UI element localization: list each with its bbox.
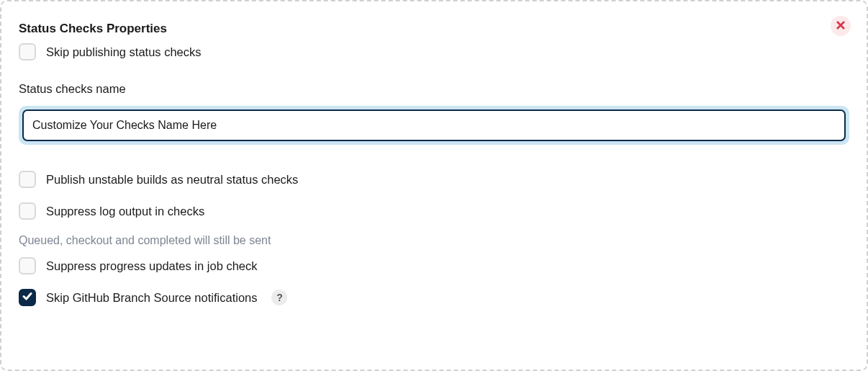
status-checks-name-input[interactable] bbox=[22, 109, 846, 141]
suppress-progress-label: Suppress progress updates in job check bbox=[46, 259, 258, 273]
publish-unstable-row: Publish unstable builds as neutral statu… bbox=[19, 171, 849, 188]
suppress-log-row: Suppress log output in checks bbox=[19, 202, 849, 220]
suppress-log-checkbox[interactable] bbox=[19, 202, 36, 220]
close-icon bbox=[836, 19, 845, 32]
publish-unstable-label: Publish unstable builds as neutral statu… bbox=[46, 173, 298, 187]
close-button[interactable] bbox=[831, 16, 851, 36]
skip-github-notifications-checkbox[interactable] bbox=[19, 289, 36, 306]
skip-publishing-checkbox[interactable] bbox=[19, 43, 36, 61]
skip-github-notifications-label: Skip GitHub Branch Source notifications bbox=[46, 291, 257, 305]
panel-title: Status Checks Properties bbox=[19, 22, 849, 36]
status-checks-name-label: Status checks name bbox=[19, 82, 849, 96]
suppress-progress-checkbox[interactable] bbox=[19, 257, 36, 274]
status-checks-properties-panel: Status Checks Properties Skip publishing… bbox=[0, 0, 868, 371]
status-checks-name-field: Status checks name bbox=[19, 82, 849, 145]
suppress-progress-hint: Queued, checkout and completed will stil… bbox=[19, 234, 849, 247]
suppress-log-label: Suppress log output in checks bbox=[46, 205, 204, 218]
check-icon bbox=[22, 291, 32, 304]
status-checks-name-input-wrap bbox=[19, 106, 849, 145]
publish-unstable-checkbox[interactable] bbox=[19, 171, 36, 188]
skip-publishing-label: Skip publishing status checks bbox=[46, 45, 202, 59]
skip-github-notifications-row: Skip GitHub Branch Source notifications … bbox=[19, 289, 849, 306]
suppress-progress-row: Suppress progress updates in job check bbox=[19, 257, 849, 274]
skip-publishing-row: Skip publishing status checks bbox=[19, 43, 849, 61]
help-badge[interactable]: ? bbox=[271, 290, 287, 305]
